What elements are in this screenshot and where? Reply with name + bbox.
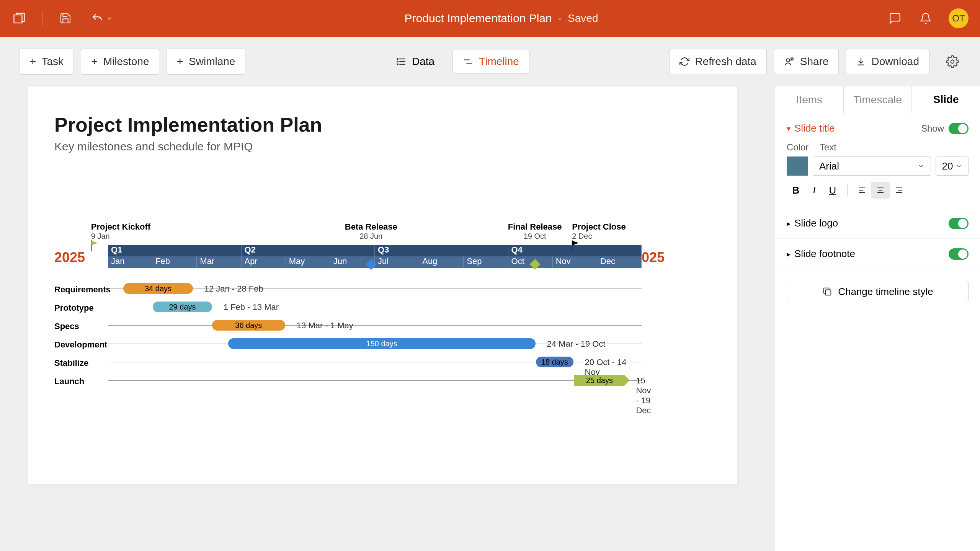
data-view-button[interactable]: Data [385, 50, 445, 73]
copy-icon [822, 286, 833, 297]
task-bar[interactable]: 150 days [228, 338, 536, 349]
month-cell: Apr [242, 256, 286, 268]
comment-icon[interactable] [887, 11, 903, 26]
font-size-select[interactable]: 20 [936, 156, 969, 176]
tab-items[interactable]: Items [775, 86, 844, 113]
task-row[interactable]: Prototype 29 days 1 Feb - 13 Mar [108, 298, 642, 316]
task-bar[interactable]: 36 days [212, 320, 285, 331]
task-row[interactable]: Development 150 days 24 Mar - 19 Oct [108, 334, 642, 353]
header-left-group [11, 11, 115, 26]
change-style-label: Change timeline style [838, 286, 933, 298]
task-row[interactable]: Launch 25 days 15 Nov - 19 Dec [108, 371, 642, 390]
timeline-view-button[interactable]: Timeline [452, 50, 529, 73]
font-family-value: Arial [819, 160, 839, 172]
document-title[interactable]: Product Implementation Plan [405, 12, 552, 25]
tab-slide[interactable]: Slide [912, 86, 980, 113]
task-row[interactable]: Stabilize 18 days 20 Oct - 14 Nov [108, 353, 642, 371]
slide-subtitle[interactable]: Key milestones and schedule for MPIQ [54, 140, 710, 153]
section-title-label: Slide logo [794, 217, 838, 229]
main-area: Project Implementation Plan Key mileston… [0, 86, 980, 551]
add-swimlane-button[interactable]: +Swimlane [166, 49, 245, 75]
section-header[interactable]: ▾Slide title Show [787, 122, 969, 134]
tab-timescale[interactable]: Timescale [844, 86, 912, 113]
add-task-button[interactable]: +Task [19, 49, 74, 75]
save-status: Saved [568, 12, 598, 24]
user-avatar[interactable]: OT [949, 8, 969, 28]
font-family-select[interactable]: Arial [813, 156, 931, 176]
section-header[interactable]: ▸Slide logo [787, 217, 969, 229]
show-toggle[interactable] [949, 123, 969, 134]
align-right-button[interactable] [890, 182, 908, 199]
task-dates: 24 Mar - 19 Oct [547, 339, 606, 349]
bell-icon[interactable] [918, 11, 933, 26]
milestone-marker[interactable]: Project Kickoff9 Jan [91, 222, 150, 241]
task-dates: 15 Nov - 19 Dec [636, 376, 651, 416]
settings-button[interactable] [944, 53, 961, 70]
task-dates: 1 Feb - 13 Mar [224, 302, 279, 312]
section-title: ▾Slide title [787, 122, 835, 134]
milestone-name: Beta Release [345, 222, 397, 232]
header-right-group: OT [887, 8, 969, 28]
svg-rect-0 [14, 15, 22, 23]
slide-footnote-section: ▸Slide footnote [775, 239, 980, 269]
task-row[interactable]: Requirements 34 days 12 Jan - 28 Feb [108, 279, 642, 298]
bold-button[interactable]: B [787, 182, 805, 199]
share-button[interactable]: Share [774, 49, 839, 74]
undo-dropdown[interactable] [88, 11, 115, 26]
italic-button[interactable]: I [805, 182, 823, 199]
month-cell: Nov [553, 256, 597, 268]
plus-icon: + [91, 55, 98, 68]
section-title-label: Slide footnote [794, 248, 855, 260]
toolbar: +Task +Milestone +Swimlane Data Timeline… [0, 37, 980, 86]
align-center-button[interactable] [871, 182, 890, 199]
task-name: Prototype [54, 303, 108, 313]
footnote-toggle[interactable] [949, 248, 969, 260]
month-cell: Jul [375, 256, 419, 268]
add-milestone-label: Milestone [103, 55, 149, 68]
logo-toggle[interactable] [949, 218, 969, 229]
download-icon [856, 57, 866, 67]
add-milestone-button[interactable]: +Milestone [81, 49, 159, 75]
refresh-data-button[interactable]: Refresh data [669, 49, 766, 74]
section-header[interactable]: ▸Slide footnote [787, 248, 969, 260]
tasks-rows: Requirements 34 days 12 Jan - 28 Feb Pro… [108, 279, 642, 390]
tasks-area: Requirements 34 days 12 Jan - 28 Feb Pro… [108, 279, 642, 390]
task-bar[interactable]: 25 days [574, 375, 624, 386]
view-switcher: Data Timeline [245, 50, 669, 73]
month-cell: Feb [152, 256, 197, 268]
milestone-date: 9 Jan [91, 232, 150, 241]
task-name: Stabilize [54, 358, 108, 368]
file-icon[interactable] [11, 11, 27, 26]
title-separator: - [558, 12, 562, 24]
caret-down-icon: ▾ [787, 124, 791, 133]
milestone-date: 28 Jun [345, 232, 397, 241]
slide-title[interactable]: Project Implementation Plan [54, 113, 710, 136]
timeline-chart: 2025 2025 Project Kickoff9 JanBeta Relea… [54, 222, 710, 390]
chevron-down-icon [918, 163, 924, 170]
task-row[interactable]: Specs 36 days 13 Mar - 1 May [108, 316, 642, 334]
save-icon[interactable] [58, 11, 73, 26]
data-view-label: Data [412, 55, 434, 68]
canvas-container: Project Implementation Plan Key mileston… [0, 86, 775, 551]
task-name: Development [54, 340, 108, 350]
change-timeline-style-button[interactable]: Change timeline style [787, 281, 969, 302]
svg-marker-14 [91, 241, 98, 245]
align-left-button[interactable] [853, 182, 871, 199]
quarter-cell: Q3 [375, 245, 508, 256]
milestone-date: 2 Dec [572, 232, 626, 241]
slide-canvas[interactable]: Project Implementation Plan Key mileston… [28, 86, 737, 484]
field-labels: Color Text [787, 142, 969, 153]
milestone-marker[interactable]: Beta Release28 Jun [345, 222, 397, 241]
quarter-band: Q1Q2Q3Q4 [108, 245, 642, 256]
section-title: ▸Slide logo [787, 217, 838, 229]
download-button[interactable]: Download [846, 49, 929, 74]
underline-button[interactable]: U [823, 182, 842, 199]
title-color-picker[interactable] [787, 156, 808, 176]
milestone-marker[interactable]: Project Close2 Dec [572, 222, 626, 241]
slide-title-section: ▾Slide title Show Color Text Arial [775, 113, 980, 208]
milestone-marker[interactable]: Final Release19 Oct [508, 222, 562, 241]
task-bar[interactable]: 34 days [123, 283, 193, 294]
task-bar[interactable]: 29 days [153, 302, 212, 312]
task-bar[interactable]: 18 days [536, 357, 573, 367]
color-col-label: Color [787, 142, 808, 153]
